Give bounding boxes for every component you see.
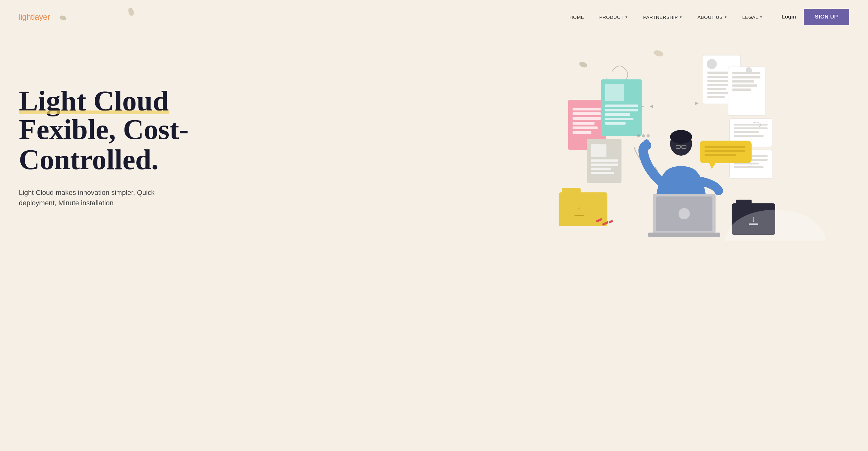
svg-rect-12: [605, 105, 638, 107]
deco-blob-1: [59, 15, 67, 21]
hero-title-line1: Light Cloud: [19, 86, 475, 114]
nav-link-legal[interactable]: LEGAL ▼: [742, 15, 763, 20]
svg-rect-54: [732, 84, 757, 87]
svg-rect-24: [559, 192, 608, 226]
svg-rect-5: [572, 112, 601, 115]
hero-subtitle: Light Cloud makes innovation simpler. Qu…: [19, 187, 176, 208]
nav-label-home: HOME: [569, 15, 584, 20]
hero-title: Light Cloud Fexible, Cost- Controlled.: [19, 86, 475, 175]
svg-rect-20: [591, 164, 618, 166]
svg-rect-53: [732, 80, 754, 83]
svg-rect-7: [572, 122, 594, 124]
svg-marker-71: [709, 163, 716, 169]
nav-link-home[interactable]: HOME: [569, 15, 584, 20]
nav-link-partnership[interactable]: PARTNERSHIP ▼: [643, 15, 682, 20]
svg-rect-45: [708, 80, 730, 82]
nav-link-product[interactable]: PRODUCT ▼: [599, 15, 628, 20]
hero-text: Light Cloud Fexible, Cost- Controlled. L…: [19, 79, 475, 208]
svg-rect-19: [591, 160, 618, 162]
illustration-svg: └ ▶ ◀: [475, 47, 849, 241]
deco-blob-2: [128, 7, 134, 16]
nav-item-legal[interactable]: LEGAL ▼: [742, 15, 763, 20]
nav-item-home[interactable]: HOME: [569, 15, 584, 20]
nav-link-about-us[interactable]: ABOUT US ▼: [698, 15, 727, 20]
svg-rect-40: [648, 232, 720, 237]
svg-rect-22: [591, 172, 614, 174]
signup-button[interactable]: SIGN UP: [804, 9, 849, 25]
nav-label-about-us: ABOUT US: [698, 15, 722, 20]
chevron-down-icon: ▼: [679, 16, 682, 19]
svg-point-28: [642, 134, 645, 138]
svg-point-32: [670, 130, 692, 144]
svg-rect-69: [705, 150, 745, 152]
svg-point-27: [637, 134, 640, 138]
hero-illustration: └ ▶ ◀: [475, 47, 849, 241]
nav-label-product: PRODUCT: [599, 15, 624, 20]
svg-point-56: [746, 67, 752, 74]
svg-rect-58: [734, 124, 768, 125]
svg-rect-26: [575, 215, 584, 216]
nav-label-legal: LEGAL: [742, 15, 758, 20]
svg-rect-78: [608, 220, 613, 223]
nav-auth: Login SIGN UP: [781, 9, 849, 25]
svg-rect-16: [605, 122, 626, 124]
svg-rect-14: [605, 113, 630, 116]
nav-links: HOME PRODUCT ▼ PARTNERSHIP ▼ ABOUT US ▼ …: [569, 15, 763, 20]
svg-rect-48: [708, 92, 731, 94]
nav-item-about-us[interactable]: ABOUT US ▼: [698, 15, 727, 20]
svg-rect-4: [572, 108, 601, 111]
svg-rect-6: [572, 117, 601, 120]
svg-rect-11: [605, 84, 624, 102]
svg-text:↑: ↑: [577, 204, 582, 215]
svg-rect-13: [605, 109, 638, 111]
nav-item-partnership[interactable]: PARTNERSHIP ▼: [643, 15, 682, 20]
svg-text:◀: ◀: [650, 104, 653, 109]
svg-rect-61: [734, 135, 764, 137]
svg-rect-55: [732, 88, 751, 91]
svg-rect-59: [734, 128, 768, 129]
svg-rect-68: [705, 146, 745, 148]
svg-rect-70: [705, 154, 736, 156]
hero-title-line2: Fexible, Cost-: [19, 114, 475, 145]
svg-rect-51: [732, 72, 761, 75]
nav-label-partnership: PARTNERSHIP: [643, 15, 678, 20]
navbar: lightlayer HOME PRODUCT ▼ PARTNERSHIP ▼ …: [0, 0, 868, 34]
logo[interactable]: lightlayer: [19, 12, 50, 22]
svg-rect-15: [605, 118, 633, 120]
svg-point-29: [647, 134, 650, 138]
svg-point-39: [679, 208, 690, 219]
svg-rect-18: [591, 144, 607, 157]
svg-point-82: [579, 61, 588, 68]
svg-rect-66: [734, 166, 764, 168]
hero-title-line3: Controlled.: [19, 144, 475, 175]
nav-item-product[interactable]: PRODUCT ▼: [599, 15, 628, 20]
logo-text: ightlayer: [20, 12, 50, 22]
chevron-down-icon: ▼: [724, 16, 727, 19]
hero-section: Light Cloud Fexible, Cost- Controlled. L…: [0, 34, 868, 260]
login-button[interactable]: Login: [781, 14, 796, 20]
svg-point-81: [653, 49, 664, 57]
svg-point-36: [644, 139, 650, 148]
svg-text:▶: ▶: [695, 101, 699, 106]
svg-rect-21: [591, 168, 611, 170]
svg-rect-52: [732, 76, 761, 79]
svg-rect-60: [734, 131, 759, 133]
svg-rect-47: [708, 88, 726, 90]
svg-rect-9: [572, 131, 591, 134]
svg-point-42: [707, 59, 717, 69]
chevron-down-icon: ▼: [760, 16, 763, 19]
chevron-down-icon: ▼: [625, 16, 628, 19]
svg-rect-8: [572, 126, 598, 129]
svg-rect-49: [708, 96, 725, 98]
